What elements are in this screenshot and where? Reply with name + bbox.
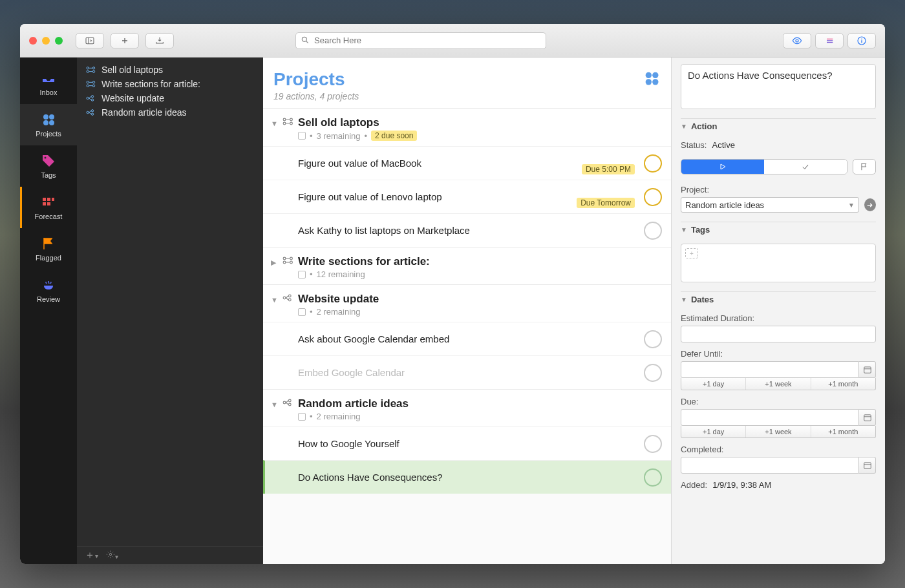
project-header[interactable]: ▼ Random article ideas <box>263 390 671 412</box>
complete-checkbox[interactable] <box>644 188 662 206</box>
layout-button[interactable] <box>815 33 844 48</box>
defer-date-input[interactable] <box>681 361 859 378</box>
task-row[interactable]: Ask Kathy to list laptops on Marketplace <box>263 213 671 247</box>
task-row[interactable]: Figure out value of MacBook Due 5:00 PM <box>263 146 671 180</box>
perspectives-rail: Inbox Projects Tags Forecast Flagged Rev… <box>20 58 77 564</box>
add-tag-button[interactable]: + <box>685 248 698 258</box>
close-window-button[interactable] <box>29 37 37 45</box>
inspector-section-action[interactable]: ▼Action <box>681 118 876 134</box>
project-header[interactable]: ▼ Sell old laptops <box>263 109 671 131</box>
defer-plus-week[interactable]: +1 week <box>746 378 811 390</box>
projects-icon <box>39 112 58 127</box>
perspective-label: Review <box>37 295 60 303</box>
eye-icon <box>792 36 802 46</box>
perspective-review[interactable]: Review <box>20 269 77 311</box>
flag-toggle[interactable] <box>853 159 876 174</box>
search-input[interactable] <box>295 32 546 49</box>
estimated-duration-input[interactable] <box>681 326 876 342</box>
zoom-window-button[interactable] <box>55 37 63 45</box>
disclosure-triangle[interactable]: ▼ <box>271 401 279 408</box>
svg-line-36 <box>89 96 91 98</box>
sidebar-list: Sell old laptops Write sections for arti… <box>77 58 263 546</box>
due-date-input[interactable] <box>681 409 859 426</box>
perspective-inbox[interactable]: Inbox <box>20 63 77 104</box>
disclosure-triangle[interactable]: ▶ <box>271 258 279 267</box>
inspector-title-field[interactable]: Do Actions Have Consequences? <box>681 64 876 109</box>
due-calendar-button[interactable] <box>859 409 876 426</box>
svg-rect-21 <box>43 202 46 205</box>
due-plus-week[interactable]: +1 week <box>746 426 811 437</box>
page-subtitle: 19 actions, 4 projects <box>273 91 359 101</box>
sidebar-item-write-sections[interactable]: Write sections for article: <box>77 77 263 91</box>
sidebar-icon <box>85 36 95 46</box>
perspective-label: Forecast <box>35 213 63 220</box>
complete-checkbox[interactable] <box>644 154 662 173</box>
disclosure-triangle[interactable]: ▼ <box>271 296 279 304</box>
project-title: Write sections for article: <box>298 255 430 268</box>
complete-checkbox[interactable] <box>644 435 662 453</box>
defer-calendar-button[interactable] <box>859 361 876 378</box>
task-row[interactable]: Ask about Google Calendar embed <box>263 322 671 355</box>
complete-checkbox[interactable] <box>644 468 662 487</box>
minimize-window-button[interactable] <box>42 37 50 45</box>
due-plus-day[interactable]: +1 day <box>681 426 746 437</box>
perspective-projects[interactable]: Projects <box>20 104 77 145</box>
svg-line-68 <box>286 401 288 403</box>
inspector-section-tags[interactable]: ▼Tags <box>681 222 876 237</box>
complete-checkbox[interactable] <box>644 222 662 240</box>
add-button[interactable]: ＋▾ <box>85 549 98 562</box>
note-icon[interactable] <box>298 132 306 140</box>
tags-field[interactable]: + <box>681 244 876 282</box>
project-website-update: ▼ Website update •2 remaining Ask about … <box>263 285 671 390</box>
svg-point-12 <box>861 38 862 39</box>
sequential-icon <box>282 256 294 265</box>
sidebar-item-random-article[interactable]: Random article ideas <box>77 105 263 120</box>
new-item-button[interactable] <box>111 33 139 48</box>
svg-rect-75 <box>864 415 871 421</box>
completed-calendar-button[interactable] <box>859 457 876 474</box>
toggle-sidebar-button[interactable] <box>76 33 104 48</box>
task-row[interactable]: Figure out value of Lenovo laptop Due To… <box>263 180 671 213</box>
svg-point-31 <box>92 81 94 83</box>
project-write-sections: ▶ Write sections for article: •12 remain… <box>263 247 671 285</box>
svg-point-70 <box>288 399 291 402</box>
project-select[interactable]: Random article ideas ▼ <box>681 197 859 213</box>
inspector-toggle-button[interactable] <box>847 33 876 48</box>
task-row[interactable]: Embed Google Calendar <box>263 355 671 389</box>
task-row[interactable]: How to Google Yourself <box>263 426 671 460</box>
perspective-forecast[interactable]: Forecast <box>20 187 77 228</box>
inspector-section-dates[interactable]: ▼Dates <box>681 291 876 307</box>
status-active-option[interactable] <box>681 160 764 174</box>
complete-checkbox[interactable] <box>644 364 662 382</box>
note-icon[interactable] <box>298 271 306 278</box>
defer-plus-day[interactable]: +1 day <box>681 378 746 390</box>
defer-plus-month[interactable]: +1 month <box>811 378 875 390</box>
toolbar <box>20 24 885 58</box>
note-icon[interactable] <box>298 308 306 316</box>
project-header[interactable]: ▶ Write sections for article: <box>263 247 671 269</box>
due-plus-month[interactable]: +1 month <box>811 426 875 437</box>
go-to-project-button[interactable]: ➜ <box>864 198 876 211</box>
task-row-selected[interactable]: Do Actions Have Consequences? <box>263 460 671 494</box>
status-completed-option[interactable] <box>764 160 847 174</box>
view-options-button[interactable] <box>783 33 811 48</box>
svg-point-44 <box>91 113 93 115</box>
status-value: Active <box>712 140 734 150</box>
svg-point-28 <box>92 70 94 72</box>
svg-point-45 <box>109 553 112 556</box>
perspective-flagged[interactable]: Flagged <box>20 228 77 269</box>
quick-entry-button[interactable] <box>145 33 174 48</box>
perspective-tags[interactable]: Tags <box>20 145 77 187</box>
note-icon[interactable] <box>298 413 306 421</box>
window-controls <box>29 37 63 45</box>
disclosure-triangle[interactable]: ▼ <box>271 120 279 127</box>
sidebar-item-sell-old-laptops[interactable]: Sell old laptops <box>77 63 263 77</box>
completed-date-input[interactable] <box>681 457 859 474</box>
added-value: 1/9/19, 9:38 AM <box>712 480 771 490</box>
complete-checkbox[interactable] <box>644 330 662 348</box>
settings-button[interactable]: ▾ <box>106 550 118 562</box>
sidebar-item-website-update[interactable]: Website update <box>77 91 263 105</box>
due-quick-dates: +1 day +1 week +1 month <box>681 426 876 438</box>
svg-point-38 <box>91 96 93 98</box>
project-header[interactable]: ▼ Website update <box>263 285 671 307</box>
